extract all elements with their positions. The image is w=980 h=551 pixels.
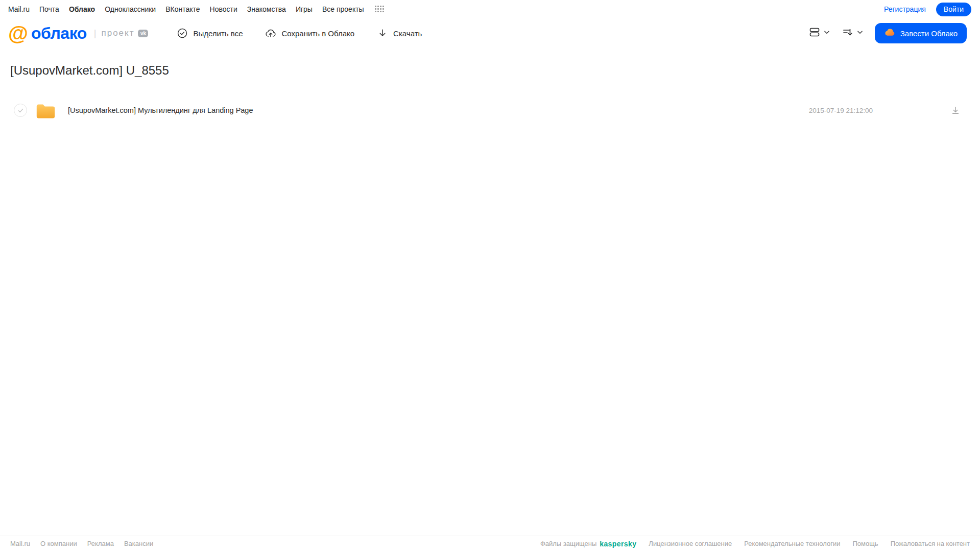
footer: Mail.ru О компании Реклама Вакансии Файл…	[0, 536, 980, 551]
logo-divider: |	[94, 28, 97, 39]
save-to-cloud-label: Сохранить в Облако	[281, 29, 354, 38]
footer-help-link[interactable]: Помощь	[852, 540, 878, 547]
checkmark-icon	[17, 107, 24, 114]
mailru-at-icon: @	[8, 23, 28, 43]
footer-license-link[interactable]: Лицензионное соглашение	[649, 540, 732, 547]
footer-recommendations-link[interactable]: Рекомендательные технологии	[744, 540, 840, 547]
footer-report-link[interactable]: Пожаловаться на контент	[891, 540, 970, 547]
vk-logo-icon: vk	[138, 30, 148, 37]
check-circle-icon	[177, 28, 188, 39]
nav-vkontakte[interactable]: ВКонтакте	[165, 5, 200, 13]
header: @ облако | проект vk Выделить все	[0, 18, 980, 48]
nav-novosti[interactable]: Новости	[210, 5, 237, 13]
nav-igry[interactable]: Игры	[296, 5, 313, 13]
nav-znakomstva[interactable]: Знакомства	[247, 5, 286, 13]
footer-ads-link[interactable]: Реклама	[87, 540, 114, 547]
footer-right-links: Файлы защищены kaspersky Лицензионное со…	[540, 540, 970, 548]
kaspersky-prefix-label: Файлы защищены	[540, 540, 596, 547]
apps-grid-icon[interactable]	[375, 6, 385, 13]
nav-vse-proekty[interactable]: Все проекты	[322, 5, 364, 13]
row-download-button[interactable]	[950, 105, 961, 115]
nav-pochta[interactable]: Почта	[39, 5, 59, 13]
file-list: [UsupovMarket.com] Мультилендинг для Lan…	[0, 98, 980, 123]
save-to-cloud-button[interactable]: Сохранить в Облако	[265, 28, 354, 39]
sort-dropdown[interactable]	[842, 26, 864, 40]
folder-icon[interactable]	[35, 102, 56, 119]
select-all-label: Выделить все	[193, 29, 243, 38]
download-label: Скачать	[393, 29, 422, 38]
download-icon	[377, 28, 388, 39]
kaspersky-logo[interactable]: kaspersky	[600, 540, 636, 548]
file-date: 2015-07-19 21:12:00	[809, 107, 873, 114]
chevron-down-icon	[823, 29, 830, 38]
footer-mailru-link[interactable]: Mail.ru	[10, 540, 30, 547]
kaspersky-protection: Файлы защищены kaspersky	[540, 540, 636, 548]
cloud-logo[interactable]: @ облако | проект vk	[8, 23, 148, 43]
footer-jobs-link[interactable]: Вакансии	[124, 540, 153, 547]
logo-text: облако	[31, 24, 87, 43]
get-cloud-label: Завести Облако	[900, 29, 958, 38]
download-underline-icon	[950, 105, 961, 115]
select-all-button[interactable]: Выделить все	[177, 28, 243, 39]
footer-left-links: Mail.ru О компании Реклама Вакансии	[10, 540, 163, 547]
cloud-icon	[884, 27, 896, 40]
row-checkbox[interactable]	[14, 104, 27, 117]
login-button[interactable]: Войти	[936, 3, 971, 16]
chevron-down-icon	[856, 29, 864, 38]
project-label: проект	[101, 28, 134, 38]
top-nav: Mail.ru Почта Облако Одноклассники ВКонт…	[0, 0, 980, 18]
file-row[interactable]: [UsupovMarket.com] Мультилендинг для Lan…	[0, 98, 980, 123]
download-button[interactable]: Скачать	[377, 28, 422, 39]
registration-link[interactable]: Регистрация	[884, 5, 926, 13]
toolbar: Выделить все Сохранить в Облако Скачать	[177, 28, 422, 39]
nav-odnoklassniki[interactable]: Одноклассники	[105, 5, 156, 13]
view-toggle-icon	[808, 26, 821, 40]
file-name-link[interactable]: [UsupovMarket.com] Мультилендинг для Lan…	[68, 106, 253, 114]
footer-about-link[interactable]: О компании	[40, 540, 77, 547]
cloud-upload-icon	[265, 28, 276, 39]
nav-oblako[interactable]: Облако	[69, 5, 95, 13]
get-cloud-button[interactable]: Завести Облако	[875, 23, 967, 43]
view-mode-dropdown[interactable]	[808, 26, 830, 40]
header-right-controls: Завести Облако	[808, 23, 967, 43]
nav-mailru[interactable]: Mail.ru	[8, 5, 30, 13]
page-title: [UsupovMarket.com] U_8555	[10, 63, 980, 78]
sort-icon	[842, 26, 854, 40]
